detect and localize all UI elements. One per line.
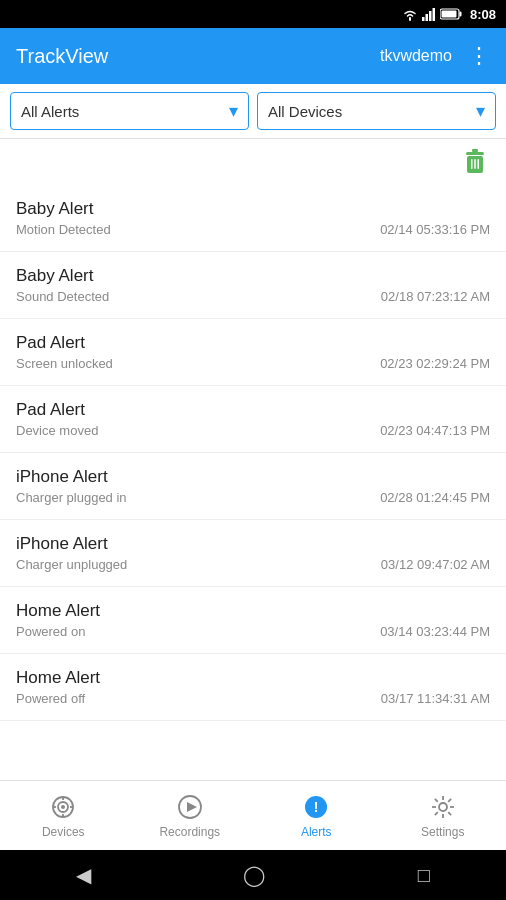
alert-subtitle: Charger unplugged <box>16 557 127 572</box>
alert-title: Pad Alert <box>16 333 490 353</box>
svg-rect-8 <box>472 149 478 152</box>
svg-rect-7 <box>466 152 484 155</box>
alert-sub-row: Motion Detected 02/14 05:33:16 PM <box>16 222 490 237</box>
username-label: tkvwdemo <box>380 47 452 65</box>
svg-rect-6 <box>441 11 456 18</box>
alert-sub-row: Powered off 03/17 11:34:31 AM <box>16 691 490 706</box>
nav-item-devices[interactable]: Devices <box>0 787 127 845</box>
svg-rect-10 <box>471 159 473 169</box>
svg-point-24 <box>439 803 447 811</box>
alert-time: 03/14 03:23:44 PM <box>380 624 490 639</box>
alert-title: iPhone Alert <box>16 467 490 487</box>
alert-time: 02/23 02:29:24 PM <box>380 356 490 371</box>
status-bar: 8:08 <box>0 0 506 28</box>
alerts-filter-label: All Alerts <box>21 103 79 120</box>
alert-list-item[interactable]: Baby Alert Motion Detected 02/14 05:33:1… <box>0 185 506 252</box>
alert-time: 02/23 04:47:13 PM <box>380 423 490 438</box>
alert-list: Baby Alert Motion Detected 02/14 05:33:1… <box>0 185 506 780</box>
svg-rect-5 <box>459 12 461 17</box>
alert-list-item[interactable]: Home Alert Powered off 03/17 11:34:31 AM <box>0 654 506 721</box>
alert-list-item[interactable]: Pad Alert Screen unlocked 02/23 02:29:24… <box>0 319 506 386</box>
svg-line-32 <box>435 812 438 815</box>
svg-rect-1 <box>425 14 428 21</box>
home-button[interactable]: ◯ <box>243 863 265 887</box>
alert-title: Home Alert <box>16 601 490 621</box>
svg-rect-11 <box>474 159 476 169</box>
svg-rect-2 <box>429 11 432 21</box>
alert-sub-row: Powered on 03/14 03:23:44 PM <box>16 624 490 639</box>
android-nav-bar: ◀ ◯ □ <box>0 850 506 900</box>
signal-icon <box>422 7 436 21</box>
recordings-nav-label: Recordings <box>159 825 220 839</box>
alert-time: 02/14 05:33:16 PM <box>380 222 490 237</box>
alert-sub-row: Device moved 02/23 04:47:13 PM <box>16 423 490 438</box>
alert-time: 03/12 09:47:02 AM <box>381 557 490 572</box>
devices-filter-label: All Devices <box>268 103 342 120</box>
svg-marker-21 <box>187 802 197 812</box>
alert-subtitle: Charger plugged in <box>16 490 127 505</box>
svg-line-30 <box>448 812 451 815</box>
wifi-icon <box>402 7 418 21</box>
time-display: 8:08 <box>470 7 496 22</box>
alerts-filter-chevron: ▾ <box>229 100 238 122</box>
alert-title: Baby Alert <box>16 266 490 286</box>
settings-nav-label: Settings <box>421 825 464 839</box>
play-circle-icon <box>177 794 203 820</box>
alert-bell-icon: ! <box>303 794 329 820</box>
svg-rect-0 <box>422 17 425 21</box>
alert-sub-row: Screen unlocked 02/23 02:29:24 PM <box>16 356 490 371</box>
svg-text:!: ! <box>314 799 319 815</box>
nav-item-recordings[interactable]: Recordings <box>127 787 254 845</box>
alert-title: Home Alert <box>16 668 490 688</box>
bottom-nav: Devices Recordings ! Alerts <box>0 780 506 850</box>
delete-button[interactable] <box>460 145 490 179</box>
settings-nav-icon <box>429 793 457 821</box>
alert-list-item[interactable]: Home Alert Powered on 03/14 03:23:44 PM <box>0 587 506 654</box>
top-bar: TrackView tkvwdemo ⋮ <box>0 28 506 84</box>
alert-time: 02/18 07:23:12 AM <box>381 289 490 304</box>
recordings-nav-icon <box>176 793 204 821</box>
battery-icon <box>440 8 462 20</box>
nav-item-alerts[interactable]: ! Alerts <box>253 787 380 845</box>
recents-button[interactable]: □ <box>418 864 430 887</box>
alert-subtitle: Powered off <box>16 691 85 706</box>
alerts-nav-icon: ! <box>302 793 330 821</box>
alert-subtitle: Screen unlocked <box>16 356 113 371</box>
devices-filter-dropdown[interactable]: All Devices ▾ <box>257 92 496 130</box>
alert-list-item[interactable]: iPhone Alert Charger unplugged 03/12 09:… <box>0 520 506 587</box>
devices-filter-chevron: ▾ <box>476 100 485 122</box>
alert-subtitle: Device moved <box>16 423 98 438</box>
alert-sub-row: Charger unplugged 03/12 09:47:02 AM <box>16 557 490 572</box>
more-menu-button[interactable]: ⋮ <box>468 43 490 69</box>
alert-list-item[interactable]: iPhone Alert Charger plugged in 02/28 01… <box>0 453 506 520</box>
alerts-filter-dropdown[interactable]: All Alerts ▾ <box>10 92 249 130</box>
alerts-nav-label: Alerts <box>301 825 332 839</box>
alert-title: Baby Alert <box>16 199 490 219</box>
toolbar-row <box>0 139 506 185</box>
svg-line-31 <box>448 798 451 801</box>
gear-icon <box>430 794 456 820</box>
svg-rect-12 <box>478 159 480 169</box>
trash-icon <box>463 148 487 176</box>
alert-subtitle: Sound Detected <box>16 289 109 304</box>
back-button[interactable]: ◀ <box>76 863 91 887</box>
alert-time: 02/28 01:24:45 PM <box>380 490 490 505</box>
alert-subtitle: Powered on <box>16 624 85 639</box>
devices-nav-icon <box>49 793 77 821</box>
app-title: TrackView <box>16 45 380 68</box>
nav-item-settings[interactable]: Settings <box>380 787 507 845</box>
devices-nav-label: Devices <box>42 825 85 839</box>
alert-list-item[interactable]: Pad Alert Device moved 02/23 04:47:13 PM <box>0 386 506 453</box>
alert-list-item[interactable]: Baby Alert Sound Detected 02/18 07:23:12… <box>0 252 506 319</box>
filter-row: All Alerts ▾ All Devices ▾ <box>0 84 506 139</box>
alert-title: iPhone Alert <box>16 534 490 554</box>
svg-line-29 <box>435 798 438 801</box>
alert-time: 03/17 11:34:31 AM <box>381 691 490 706</box>
camera-icon <box>50 794 76 820</box>
status-bar-icons: 8:08 <box>402 7 496 22</box>
alert-title: Pad Alert <box>16 400 490 420</box>
svg-point-15 <box>61 805 65 809</box>
alert-sub-row: Sound Detected 02/18 07:23:12 AM <box>16 289 490 304</box>
svg-rect-3 <box>432 8 435 21</box>
alert-subtitle: Motion Detected <box>16 222 111 237</box>
